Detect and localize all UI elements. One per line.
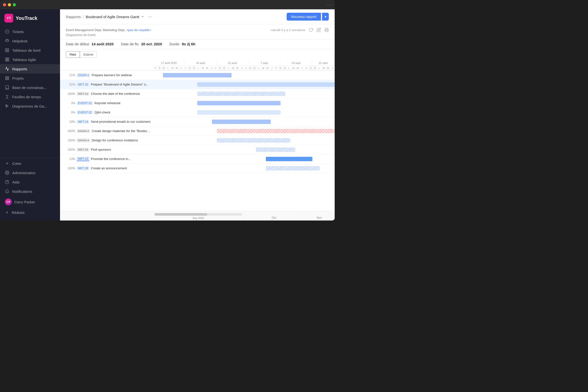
sidebar-item-diagrammes[interactable]: Diagrammes de Ga... <box>0 102 60 111</box>
sidebar-item-tableaux-bord[interactable]: Tableaux de bord <box>0 46 60 55</box>
gantt-bar <box>197 82 335 87</box>
gantt-wrapper[interactable]: 17 août 2020 24 août 31 août 7 sept 14 s… <box>60 60 335 211</box>
logo-area[interactable]: YT YouTrack <box>0 9 60 26</box>
week-label-4: 14 sept <box>280 60 312 66</box>
breadcrumb-more[interactable]: ··· <box>148 14 153 19</box>
duration-value: 9s 2j 6h <box>182 42 195 46</box>
svg-rect-20 <box>6 106 7 107</box>
sidebar-item-notifications[interactable]: Notifications <box>0 187 60 196</box>
scroll-thumb[interactable] <box>154 213 207 216</box>
app-window: ··· YT YouTrack Tickets Helpdesk <box>0 0 335 220</box>
window-menu[interactable]: ··· <box>326 2 332 7</box>
row-id[interactable]: EVENT-32 <box>77 110 93 114</box>
row-title: Prepare banners for webinar <box>92 73 132 77</box>
row-pct: 450% <box>66 129 75 133</box>
row-meta: 0% EVENT-32 Q&A check <box>60 110 153 114</box>
sidebar-item-helpdesk[interactable]: Helpdesk <box>0 36 60 46</box>
report-meta-link[interactable]: <pas de requête> <box>126 28 151 32</box>
svg-rect-6 <box>6 58 6 61</box>
sidebar-item-tableaux-agile[interactable]: Tableaux Agile <box>0 55 60 64</box>
refresh-icon[interactable] <box>309 28 313 32</box>
row-id[interactable]: EVENT-31 <box>77 101 93 105</box>
check-circle-icon <box>5 30 9 34</box>
new-report-caret[interactable]: ▾ <box>322 13 329 20</box>
start-date: Date de début 14 août 2020 <box>66 42 114 46</box>
gantt-bar <box>217 129 334 133</box>
sidebar-item-create[interactable]: Créer <box>0 159 60 168</box>
user-name: Carry Parker <box>14 200 35 204</box>
sidebar-item-base[interactable]: Base de connaissa... <box>0 83 60 92</box>
avatar: CP <box>5 198 12 205</box>
svg-rect-18 <box>6 105 7 105</box>
toggle-real[interactable]: Réel <box>66 51 80 58</box>
gantt-bars-area <box>153 145 335 154</box>
breadcrumb-current: Boulevard of Agile Dreams Gantt <box>86 15 144 19</box>
row-id[interactable]: MKT-14 <box>77 120 90 124</box>
sidebar-item-feuilles[interactable]: Feuilles de temps <box>0 92 60 102</box>
row-id[interactable]: DSGN-2 <box>77 129 90 133</box>
row-id[interactable]: MKT-10 <box>77 82 90 86</box>
row-id[interactable]: MKT-16 <box>77 148 90 152</box>
sidebar-item-projets[interactable]: Projets <box>0 74 60 83</box>
gantt-bars-area <box>153 108 335 117</box>
sidebar: YT YouTrack Tickets Helpdesk Tabl <box>0 9 60 220</box>
sidebar-label-create: Créer <box>12 162 22 166</box>
row-id[interactable]: MKT-13 <box>77 157 90 161</box>
sidebar-item-aide[interactable]: Aide <box>0 178 60 187</box>
sidebar-label-projets: Projets <box>12 76 24 80</box>
gantt-bar <box>256 148 295 152</box>
print-icon[interactable] <box>324 28 329 32</box>
row-meta: 450% DSGN-2 Create design materials for … <box>60 129 153 133</box>
sidebar-nav: Tickets Helpdesk Tableaux de bord Tablea… <box>0 26 60 220</box>
start-label: Date de début <box>66 42 89 46</box>
row-meta: 51% MKT-10 Prepare "Boulevard of Agile D… <box>60 82 153 86</box>
close-button[interactable] <box>3 3 6 6</box>
maximize-button[interactable] <box>13 3 16 6</box>
app-body: YT YouTrack Tickets Helpdesk Tabl <box>0 9 335 220</box>
sidebar-item-rapports[interactable]: Rapports <box>0 64 60 74</box>
toggle-row: Réel Estimé <box>60 49 335 60</box>
table-row: 100% MKT-12 Choose the date of the confe… <box>60 89 335 98</box>
row-meta: 100% MKT-29 Create an announcement <box>60 166 153 170</box>
svg-point-1 <box>6 40 8 42</box>
sidebar-label-rapports: Rapports <box>12 67 27 71</box>
timeline-header: 17 août 2020 24 août 31 août 7 sept 14 s… <box>60 60 335 70</box>
collapse-label: Réduire <box>12 210 25 214</box>
report-diagram-type: Diagramme de Gantt <box>66 33 329 37</box>
svg-rect-2 <box>6 48 6 50</box>
headset-icon <box>5 39 9 43</box>
row-title: Q&A check <box>94 110 110 114</box>
report-meta: Event Management Dept, Marketing Dept, <… <box>60 24 335 40</box>
calculated-label: calculé Il y a 2 semaines <box>270 28 305 32</box>
svg-rect-19 <box>6 106 8 106</box>
row-id[interactable]: DSGN-1 <box>77 73 90 77</box>
svg-point-15 <box>6 79 6 80</box>
toggle-estimated[interactable]: Estimé <box>80 51 97 58</box>
sidebar-item-administration[interactable]: Administration <box>0 168 60 178</box>
breadcrumb-parent[interactable]: Rapports <box>66 15 81 19</box>
minimize-button[interactable] <box>8 3 11 6</box>
row-id[interactable]: MKT-12 <box>77 92 90 96</box>
gantt-bars-area <box>153 89 335 98</box>
sidebar-collapse-button[interactable]: Réduire <box>0 208 60 217</box>
edit-icon[interactable] <box>316 28 321 32</box>
row-title: Prepare "Boulevard of Agile Dreams" onli… <box>91 82 151 86</box>
chevron-down-icon[interactable] <box>141 15 144 18</box>
svg-point-12 <box>6 78 6 79</box>
row-id[interactable]: MKT-29 <box>77 166 90 170</box>
week-label-5: 21 sept <box>312 60 335 66</box>
row-pct: 3% <box>66 102 75 105</box>
month-labels: Sep 2020 Oct Nov <box>60 211 335 220</box>
week-label-1: 24 août <box>185 60 217 66</box>
week-label-2: 31 août <box>216 60 248 66</box>
sidebar-item-tickets[interactable]: Tickets <box>0 27 60 36</box>
sidebar-user[interactable]: CP Carry Parker <box>0 196 60 208</box>
breadcrumb: Rapports / Boulevard of Agile Dreams Gan… <box>66 14 153 19</box>
end-date: Date de fin 20 oct. 2020 <box>121 42 162 46</box>
gantt-bar <box>212 120 271 124</box>
row-pct: 19% <box>66 120 75 124</box>
breadcrumb-separator: / <box>83 15 84 19</box>
new-report-button[interactable]: Nouveau rapport <box>287 13 321 20</box>
row-id[interactable]: DSGN-3 <box>77 138 90 142</box>
svg-point-14 <box>8 78 9 79</box>
